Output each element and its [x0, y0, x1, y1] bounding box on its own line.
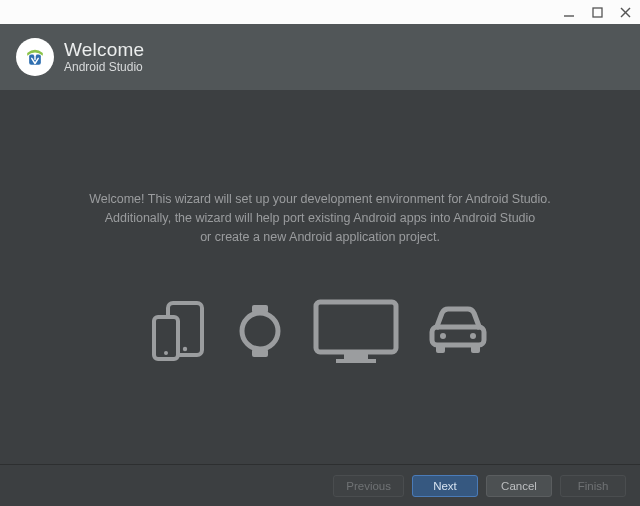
welcome-line-1: Welcome! This wizard will set up your de… [89, 190, 551, 209]
welcome-line-2: Additionally, the wizard will help port … [89, 209, 551, 228]
wizard-content: Welcome! This wizard will set up your de… [0, 90, 640, 464]
welcome-message: Welcome! This wizard will set up your de… [89, 190, 551, 246]
svg-point-19 [470, 333, 476, 339]
watch-icon [234, 303, 286, 359]
welcome-line-3: or create a new Android application proj… [89, 228, 551, 247]
car-icon [426, 305, 490, 357]
device-icons-row [150, 298, 490, 364]
svg-rect-1 [593, 8, 602, 17]
svg-rect-16 [336, 359, 376, 363]
header-text-block: Welcome Android Studio [64, 39, 144, 75]
maximize-button[interactable] [588, 3, 606, 21]
android-studio-logo-icon [16, 38, 54, 76]
wizard-footer: Previous Next Cancel Finish [0, 464, 640, 506]
svg-rect-20 [436, 345, 445, 353]
wizard-title: Welcome [64, 39, 144, 61]
svg-rect-12 [252, 305, 268, 313]
svg-point-10 [164, 351, 168, 355]
setup-wizard-window: Welcome Android Studio Welcome! This wiz… [0, 0, 640, 506]
window-titlebar [0, 0, 640, 24]
svg-rect-21 [471, 345, 480, 353]
svg-rect-14 [316, 302, 396, 352]
finish-button: Finish [560, 475, 626, 497]
close-button[interactable] [616, 3, 634, 21]
svg-rect-13 [252, 349, 268, 357]
svg-point-8 [183, 347, 187, 351]
svg-point-11 [242, 313, 278, 349]
svg-point-6 [34, 53, 37, 56]
tv-icon [312, 298, 400, 364]
svg-rect-15 [344, 354, 368, 359]
svg-point-18 [440, 333, 446, 339]
previous-button: Previous [333, 475, 404, 497]
svg-rect-17 [432, 327, 484, 345]
cancel-button[interactable]: Cancel [486, 475, 552, 497]
wizard-subtitle: Android Studio [64, 61, 144, 75]
phone-tablet-icon [150, 299, 208, 363]
wizard-header: Welcome Android Studio [0, 24, 640, 90]
minimize-button[interactable] [560, 3, 578, 21]
next-button[interactable]: Next [412, 475, 478, 497]
